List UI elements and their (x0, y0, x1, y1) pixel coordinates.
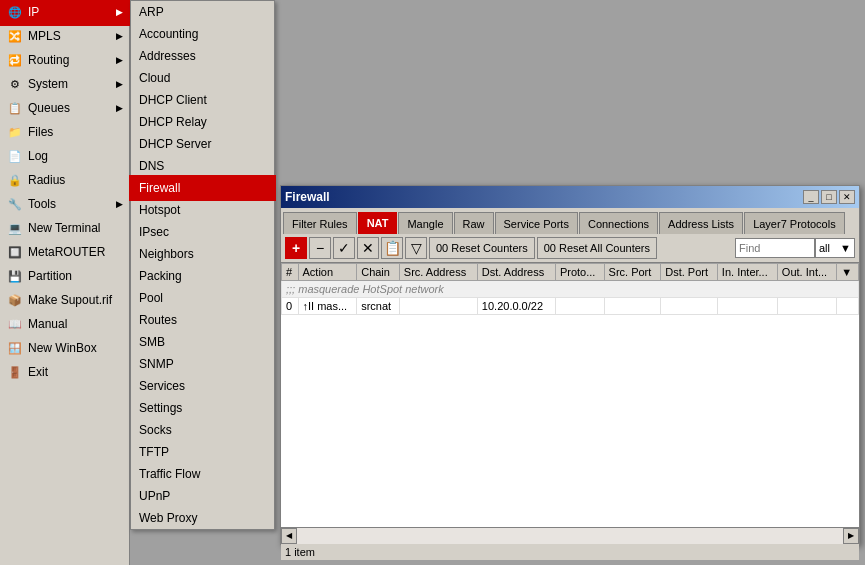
menu-item-socks[interactable]: Socks (131, 419, 274, 441)
data-table: # Action Chain Src. Address Dst. Address… (281, 263, 859, 315)
col-proto[interactable]: Proto... (555, 264, 604, 281)
cell-proto (555, 298, 604, 315)
menu-item-firewall[interactable]: Firewall (131, 177, 274, 199)
window-controls: _ □ ✕ (803, 190, 855, 204)
menu-item-addresses[interactable]: Addresses (131, 45, 274, 67)
sidebar-item-make-supout-label: Make Supout.rif (28, 293, 112, 307)
menu-item-dns[interactable]: DNS (131, 155, 274, 177)
menu-item-routes[interactable]: Routes (131, 309, 274, 331)
tab-address-lists[interactable]: Address Lists (659, 212, 743, 234)
menu-item-web-proxy[interactable]: Web Proxy (131, 507, 274, 529)
menu-item-dhcp-relay[interactable]: DHCP Relay (131, 111, 274, 133)
sidebar-item-system[interactable]: ⚙ System ▶ (0, 72, 129, 96)
status-bar: 1 item (281, 543, 859, 560)
col-src-address[interactable]: Src. Address (399, 264, 477, 281)
sidebar-item-partition[interactable]: 💾 Partition (0, 264, 129, 288)
col-in-inter[interactable]: In. Inter... (717, 264, 777, 281)
system-arrow: ▶ (116, 79, 123, 89)
menu-item-packing[interactable]: Packing (131, 265, 274, 287)
tab-raw[interactable]: Raw (454, 212, 494, 234)
menu-item-cloud[interactable]: Cloud (131, 67, 274, 89)
scroll-track[interactable] (297, 528, 843, 544)
exit-icon: 🚪 (6, 363, 24, 381)
menu-item-pool[interactable]: Pool (131, 287, 274, 309)
table-container[interactable]: # Action Chain Src. Address Dst. Address… (281, 263, 859, 527)
reset-counters-label: Reset Counters (451, 242, 527, 254)
sidebar-item-make-supout[interactable]: 📦 Make Supout.rif (0, 288, 129, 312)
filter-dropdown[interactable]: all ▼ (815, 238, 855, 258)
close-button[interactable]: ✕ (839, 190, 855, 204)
sidebar-item-mpls[interactable]: 🔀 MPLS ▶ (0, 24, 129, 48)
reset-counters-prefix: 00 (436, 242, 448, 254)
search-input[interactable] (735, 238, 815, 258)
copy-button[interactable]: 📋 (381, 237, 403, 259)
sidebar-item-ip[interactable]: 🌐 IP ▶ (0, 0, 129, 24)
menu-item-services[interactable]: Services (131, 375, 274, 397)
tab-layer7[interactable]: Layer7 Protocols (744, 212, 845, 234)
table-row[interactable]: 0 ↑II mas... srcnat 10.20.0.0/22 (282, 298, 859, 315)
cell-num: 0 (282, 298, 299, 315)
col-expand[interactable]: ▼ (837, 264, 859, 281)
sidebar-item-queues[interactable]: 📋 Queues ▶ (0, 96, 129, 120)
check-button[interactable]: ✓ (333, 237, 355, 259)
maximize-button[interactable]: □ (821, 190, 837, 204)
menu-item-arp[interactable]: ARP (131, 1, 274, 23)
menu-item-hotspot[interactable]: Hotspot (131, 199, 274, 221)
sidebar-item-manual[interactable]: 📖 Manual (0, 312, 129, 336)
col-dst-address[interactable]: Dst. Address (477, 264, 555, 281)
window-titlebar: Firewall _ □ ✕ (281, 186, 859, 208)
sidebar-item-queues-label: Queues (28, 101, 70, 115)
tab-service-ports[interactable]: Service Ports (495, 212, 578, 234)
radius-icon: 🔒 (6, 171, 24, 189)
search-box: all ▼ (735, 238, 855, 258)
col-num[interactable]: # (282, 264, 299, 281)
sidebar-item-new-terminal[interactable]: 💻 New Terminal (0, 216, 129, 240)
remove-button[interactable]: − (309, 237, 331, 259)
col-out-int[interactable]: Out. Int... (777, 264, 836, 281)
toolbar: + − ✓ ✕ 📋 ▽ 00 Reset Counters 00 Reset A… (281, 234, 859, 263)
sidebar-item-files[interactable]: 📁 Files (0, 120, 129, 144)
sidebar-item-log[interactable]: 📄 Log (0, 144, 129, 168)
sidebar-item-metarouter-label: MetaROUTER (28, 245, 105, 259)
reset-all-counters-button[interactable]: 00 Reset All Counters (537, 237, 657, 259)
reset-counters-button[interactable]: 00 Reset Counters (429, 237, 535, 259)
menu-item-settings[interactable]: Settings (131, 397, 274, 419)
cross-button[interactable]: ✕ (357, 237, 379, 259)
tab-nat[interactable]: NAT (358, 212, 398, 234)
col-action[interactable]: Action (298, 264, 357, 281)
sidebar-item-tools[interactable]: 🔧 Tools ▶ (0, 192, 129, 216)
filter-button[interactable]: ▽ (405, 237, 427, 259)
cell-out-int (777, 298, 836, 315)
menu-item-snmp[interactable]: SNMP (131, 353, 274, 375)
tab-mangle[interactable]: Mangle (398, 212, 452, 234)
sidebar: 🌐 IP ▶ 🔀 MPLS ▶ 🔁 Routing ▶ ⚙ System ▶ 📋… (0, 0, 130, 565)
tab-connections[interactable]: Connections (579, 212, 658, 234)
scroll-left-button[interactable]: ◀ (281, 528, 297, 544)
col-dst-port[interactable]: Dst. Port (661, 264, 718, 281)
menu-item-dhcp-client[interactable]: DHCP Client (131, 89, 274, 111)
menu-item-neighbors[interactable]: Neighbors (131, 243, 274, 265)
sidebar-item-new-winbox[interactable]: 🪟 New WinBox (0, 336, 129, 360)
menu-item-tftp[interactable]: TFTP (131, 441, 274, 463)
menu-item-accounting[interactable]: Accounting (131, 23, 274, 45)
new-winbox-icon: 🪟 (6, 339, 24, 357)
sidebar-item-radius-label: Radius (28, 173, 65, 187)
sidebar-item-radius[interactable]: 🔒 Radius (0, 168, 129, 192)
horizontal-scrollbar[interactable]: ◀ ▶ (281, 527, 859, 543)
sidebar-item-metarouter[interactable]: 🔲 MetaROUTER (0, 240, 129, 264)
menu-item-dhcp-server[interactable]: DHCP Server (131, 133, 274, 155)
sidebar-item-routing[interactable]: 🔁 Routing ▶ (0, 48, 129, 72)
col-chain[interactable]: Chain (357, 264, 400, 281)
minimize-button[interactable]: _ (803, 190, 819, 204)
menu-item-traffic-flow[interactable]: Traffic Flow (131, 463, 274, 485)
tab-filter-rules[interactable]: Filter Rules (283, 212, 357, 234)
menu-item-smb[interactable]: SMB (131, 331, 274, 353)
menu-item-upnp[interactable]: UPnP (131, 485, 274, 507)
add-button[interactable]: + (285, 237, 307, 259)
sidebar-item-exit[interactable]: 🚪 Exit (0, 360, 129, 384)
sidebar-item-files-label: Files (28, 125, 53, 139)
col-src-port[interactable]: Src. Port (604, 264, 661, 281)
cell-dst-port (661, 298, 718, 315)
menu-item-ipsec[interactable]: IPsec (131, 221, 274, 243)
scroll-right-button[interactable]: ▶ (843, 528, 859, 544)
